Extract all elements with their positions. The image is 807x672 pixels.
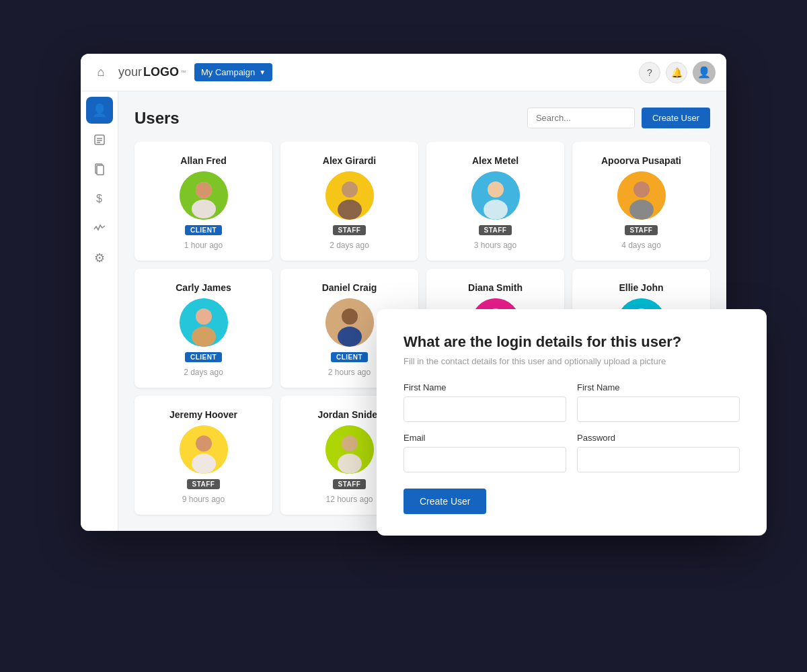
lastname-label: First Name bbox=[577, 382, 740, 392]
help-button[interactable]: ? bbox=[639, 62, 660, 83]
password-label: Password bbox=[577, 433, 740, 443]
firstname-input[interactable] bbox=[404, 396, 566, 422]
user-name: Jordan Snider bbox=[317, 409, 381, 420]
svg-point-12 bbox=[338, 200, 362, 220]
user-card-apoorva[interactable]: Apoorva Pusapati STAFF 4 days ago bbox=[572, 142, 710, 261]
svg-point-36 bbox=[338, 454, 362, 474]
user-name: Daniel Craig bbox=[322, 282, 377, 293]
svg-point-23 bbox=[342, 308, 358, 325]
avatar-svg bbox=[180, 171, 228, 220]
form-row-names: First Name First Name bbox=[404, 382, 740, 422]
avatar-svg bbox=[617, 171, 666, 220]
user-name: Alex Girardi bbox=[323, 155, 376, 166]
help-icon: ? bbox=[647, 67, 652, 78]
top-nav: ⌂ yourLOGO™ My Campaign ▼ ? 🔔 👤 bbox=[81, 54, 726, 91]
user-card-alex-g[interactable]: Alex Girardi STAFF 2 days ago bbox=[280, 142, 418, 261]
email-label: Email bbox=[404, 433, 566, 443]
sidebar: 👤 $ bbox=[81, 91, 118, 531]
role-badge: CLIENT bbox=[185, 225, 222, 235]
time-ago: 9 hours ago bbox=[182, 495, 225, 504]
time-ago: 12 hours ago bbox=[325, 495, 373, 504]
role-badge: CLIENT bbox=[185, 352, 222, 362]
create-user-modal: What are the login details for this user… bbox=[377, 309, 767, 536]
form-group-lastname: First Name bbox=[577, 382, 740, 422]
avatar bbox=[617, 171, 666, 220]
avatar-svg bbox=[471, 171, 520, 220]
sidebar-item-reports[interactable] bbox=[86, 126, 113, 153]
sidebar-item-finance[interactable]: $ bbox=[86, 185, 113, 212]
notifications-button[interactable]: 🔔 bbox=[666, 62, 687, 83]
bell-icon: 🔔 bbox=[671, 67, 683, 78]
time-ago: 4 days ago bbox=[621, 241, 661, 250]
avatar-svg bbox=[325, 171, 374, 220]
time-ago: 2 hours ago bbox=[328, 368, 371, 377]
role-badge: STAFF bbox=[333, 225, 367, 235]
sidebar-item-settings[interactable]: ⚙ bbox=[86, 245, 113, 271]
user-card-allan[interactable]: Allan Fred CLIENT 1 hour ago bbox=[134, 142, 272, 261]
svg-point-15 bbox=[484, 200, 508, 220]
avatar bbox=[325, 171, 374, 220]
modal-submit-button[interactable]: Create User bbox=[404, 489, 486, 514]
activity-icon bbox=[93, 222, 106, 235]
role-badge: CLIENT bbox=[331, 352, 368, 362]
documents-icon bbox=[93, 163, 106, 175]
password-input[interactable] bbox=[577, 447, 740, 472]
form-row-credentials: Email Password bbox=[404, 433, 740, 472]
svg-point-33 bbox=[192, 454, 216, 474]
svg-rect-5 bbox=[97, 165, 104, 175]
logo-your: your bbox=[118, 65, 142, 79]
reports-icon bbox=[93, 134, 106, 146]
user-card-jeremy[interactable]: Jeremy Hoover STAFF 9 hours ago bbox=[134, 396, 272, 515]
svg-point-18 bbox=[629, 200, 654, 220]
email-input[interactable] bbox=[404, 447, 566, 472]
svg-point-14 bbox=[488, 181, 504, 198]
modal-title: What are the login details for this user… bbox=[404, 333, 740, 351]
time-ago: 2 days ago bbox=[184, 368, 223, 377]
user-card-alex-m[interactable]: Alex Metel STAFF 3 hours ago bbox=[426, 142, 564, 261]
user-card-carly[interactable]: Carly James CLIENT 2 days ago bbox=[134, 269, 272, 388]
avatar bbox=[180, 298, 228, 347]
dropdown-arrow-icon: ▼ bbox=[259, 69, 266, 76]
user-name: Alex Metel bbox=[472, 155, 518, 166]
svg-point-11 bbox=[342, 181, 358, 198]
avatar-svg bbox=[325, 425, 374, 474]
time-ago: 1 hour ago bbox=[184, 241, 223, 250]
campaign-dropdown[interactable]: My Campaign ▼ bbox=[194, 63, 272, 81]
sidebar-item-activity[interactable] bbox=[86, 215, 113, 242]
user-name: Carly James bbox=[176, 282, 231, 293]
avatar-svg bbox=[325, 298, 374, 347]
lastname-input[interactable] bbox=[577, 396, 740, 422]
dollar-icon: $ bbox=[96, 193, 102, 205]
form-group-password: Password bbox=[577, 433, 740, 472]
avatar-svg bbox=[180, 425, 228, 474]
avatar bbox=[325, 298, 374, 347]
user-avatar[interactable]: 👤 bbox=[693, 61, 716, 84]
page-header: Users Create User bbox=[134, 108, 710, 128]
logo-tm: ™ bbox=[180, 69, 186, 76]
header-actions: Create User bbox=[527, 108, 710, 128]
role-badge: STAFF bbox=[625, 225, 658, 235]
page-title: Users bbox=[134, 109, 180, 128]
svg-point-20 bbox=[196, 308, 212, 325]
svg-rect-0 bbox=[95, 135, 104, 144]
avatar bbox=[471, 171, 520, 220]
role-badge: STAFF bbox=[187, 479, 221, 489]
home-icon[interactable]: ⌂ bbox=[91, 63, 110, 82]
firstname-label: First Name bbox=[404, 382, 566, 392]
avatar bbox=[180, 171, 228, 220]
svg-point-8 bbox=[192, 200, 216, 218]
user-name: Ellie John bbox=[619, 282, 663, 293]
time-ago: 2 days ago bbox=[330, 241, 369, 250]
time-ago: 3 hours ago bbox=[474, 241, 516, 250]
sidebar-item-users[interactable]: 👤 bbox=[86, 97, 113, 124]
modal-subtitle: Fill in the contact details for this use… bbox=[404, 356, 740, 366]
svg-point-17 bbox=[633, 181, 650, 198]
create-user-button[interactable]: Create User bbox=[642, 108, 710, 128]
search-input[interactable] bbox=[527, 108, 635, 128]
svg-point-32 bbox=[196, 435, 212, 452]
logo-logo: LOGO bbox=[143, 65, 179, 79]
sidebar-item-documents[interactable] bbox=[86, 156, 113, 183]
form-group-firstname: First Name bbox=[404, 382, 566, 422]
svg-point-9 bbox=[196, 182, 212, 198]
avatar bbox=[325, 425, 374, 474]
